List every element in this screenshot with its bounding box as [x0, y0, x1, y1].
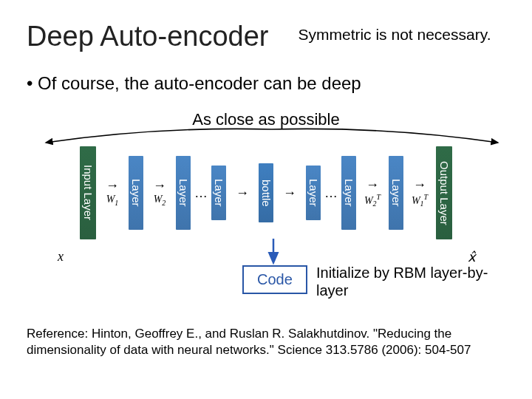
autoencoder-diagram: Input Layer → W1 Layer → W2 Layer … Laye…	[27, 134, 505, 282]
arrow-w2: → W2	[145, 149, 174, 237]
right-arrow-icon: →	[153, 179, 166, 192]
code-box: Code	[242, 265, 307, 294]
input-x-label: x	[58, 249, 64, 265]
slide-title: Deep Auto-encoder	[27, 21, 268, 52]
arrow-w1t: → W1T	[405, 149, 434, 237]
arrow-from-bottle: →	[275, 149, 304, 237]
rbm-init-note: Initialize by RBM layer-by-layer	[316, 264, 505, 299]
arrow-w1: → W1	[98, 149, 127, 237]
bottleneck-layer: bottle	[259, 163, 273, 222]
input-layer-bar: Input Layer	[80, 146, 96, 239]
decoder-layer-1: Layer	[389, 156, 403, 230]
arrow-w2t: → W2T	[358, 149, 387, 237]
output-layer-bar: Output Layer	[436, 146, 452, 239]
code-down-arrow	[266, 239, 281, 265]
right-arrow-icon: →	[283, 186, 296, 200]
symmetric-note: Symmetric is not necessary.	[298, 25, 491, 44]
bullet-text: Of course, the auto-encoder can be deep	[27, 73, 505, 94]
right-arrow-icon: →	[413, 178, 426, 191]
encoder-layer-n: Layer	[211, 166, 226, 220]
right-arrow-icon: →	[106, 179, 119, 192]
ellipsis-left: …	[192, 185, 210, 201]
decoder-layer-2: Layer	[341, 156, 356, 230]
ellipsis-right: …	[322, 185, 340, 201]
arrow-to-bottle: →	[228, 149, 257, 237]
encoder-layer-2: Layer	[176, 156, 191, 230]
close-as-possible-label: As close as possible	[27, 110, 505, 129]
reference-citation: Reference: Hinton, Geoffrey E., and Rusl…	[27, 326, 505, 358]
encoder-layer-1: Layer	[129, 156, 143, 230]
right-arrow-icon: →	[236, 186, 249, 200]
right-arrow-icon: →	[366, 178, 379, 191]
decoder-layer-n: Layer	[306, 166, 321, 220]
output-xhat-label: x̂	[468, 249, 476, 265]
